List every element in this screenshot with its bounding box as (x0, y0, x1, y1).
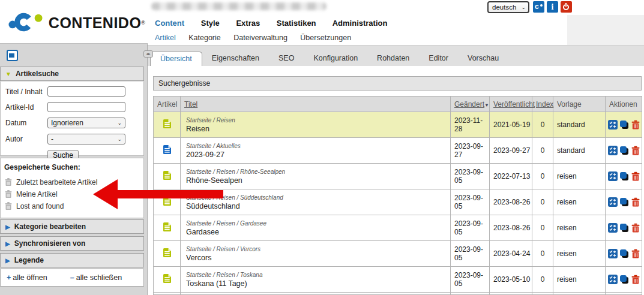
article-title[interactable]: Süddeutschland (186, 202, 240, 210)
delete-icon[interactable] (631, 120, 640, 130)
article-breadcrumb[interactable]: Startseite / Reisen / Gardasee (186, 220, 450, 227)
tab-rohdaten[interactable]: Rohdaten (367, 52, 419, 66)
subnav-item-artikel[interactable]: Artikel (155, 34, 176, 42)
article-icon[interactable] (163, 196, 172, 206)
todo-icon[interactable] (608, 223, 618, 233)
col-veroeffentlicht[interactable]: Veröffentlicht (490, 97, 532, 112)
article-breadcrumb[interactable]: Startseite / Reisen / Süddeutschland (186, 194, 450, 201)
table-row[interactable]: Startseite / Reisen / Vercors Vercors 20… (154, 241, 642, 267)
trash-icon[interactable] (4, 201, 13, 210)
article-breadcrumb[interactable]: Startseite / Aktuelles (186, 143, 450, 149)
saved-search-item[interactable]: Meine Artikel (4, 189, 143, 198)
nav-item-administration[interactable]: Administration (333, 19, 388, 28)
article-icon[interactable] (163, 248, 172, 258)
tab-vorschau[interactable]: Vorschau (458, 52, 508, 66)
duplicate-icon[interactable] (619, 146, 629, 155)
article-title[interactable]: Reisen (186, 125, 209, 133)
triangle-right-icon: ▶ (5, 224, 10, 230)
logout-button[interactable] (561, 1, 572, 13)
nav-item-extras[interactable]: Extras (236, 19, 260, 28)
contenido-home-button[interactable]: c (533, 1, 544, 13)
panel-splitter-handle[interactable]: ◂▸ (143, 50, 153, 58)
article-id-input[interactable] (47, 102, 125, 112)
todo-icon[interactable] (608, 249, 618, 258)
sub-nav: Artikel Kategorie Dateiverwaltung Überse… (155, 34, 362, 42)
todo-icon[interactable] (608, 120, 618, 130)
col-index[interactable]: Index (532, 97, 553, 112)
tab-konfiguration[interactable]: Konfiguration (304, 52, 367, 66)
table-row[interactable]: Startseite / Reisen / Süddeutschland Süd… (154, 189, 642, 215)
delete-icon[interactable] (631, 275, 640, 284)
info-button[interactable]: i (547, 1, 558, 13)
date-select[interactable]: Ignorieren ⌄ (47, 118, 125, 128)
article-icon[interactable] (163, 145, 172, 155)
article-title[interactable]: Toskana (11 Tage) (186, 279, 247, 288)
subnav-item-dateiverwaltung[interactable]: Dateiverwaltung (233, 34, 287, 42)
article-breadcrumb[interactable]: Startseite / Reisen / Vercors (186, 246, 450, 252)
table-row[interactable]: Startseite / Reisen / Toskana Toskana (1… (154, 267, 642, 293)
article-title[interactable]: 2023-09-27 (186, 150, 224, 159)
table-row[interactable]: Startseite / Reisen Reisen 2023-11-28 20… (154, 112, 642, 138)
author-select[interactable]: - ⌄ (47, 134, 125, 145)
date-select-value: Ignorieren (51, 119, 83, 127)
panel-kategorie-bearbeiten[interactable]: ▶ Kategorie bearbeiten (0, 219, 144, 234)
duplicate-icon[interactable] (619, 171, 629, 181)
tab-seo[interactable]: SEO (269, 52, 304, 66)
nav-item-statistiken[interactable]: Statistiken (277, 19, 316, 28)
language-select[interactable]: deutsch ⌄ (487, 1, 529, 13)
col-geaendert[interactable]: Geändert▼ (451, 97, 490, 112)
todo-icon[interactable] (608, 275, 618, 284)
expand-all-link[interactable]: alle öffnen (13, 273, 47, 282)
saved-search-label[interactable]: Lost and found (16, 202, 64, 210)
trash-icon[interactable] (4, 189, 13, 198)
tab-uebersicht[interactable]: Übersicht (150, 52, 202, 66)
minus-icon: – (70, 273, 74, 282)
delete-icon[interactable] (631, 249, 640, 258)
panel-legende[interactable]: ▶ Legende (0, 253, 144, 267)
title-content-input[interactable] (47, 86, 125, 97)
todo-icon[interactable] (608, 146, 618, 155)
delete-icon[interactable] (631, 223, 640, 233)
saved-search-item[interactable]: Zuletzt bearbeitete Artikel (4, 177, 143, 186)
subnav-item-uebersetzungen[interactable]: Übersetzungen (300, 34, 351, 42)
duplicate-icon[interactable] (619, 223, 629, 233)
todo-icon[interactable] (608, 171, 618, 181)
article-title[interactable]: Vercors (186, 254, 211, 262)
article-breadcrumb[interactable]: Startseite / Reisen / Toskana (186, 272, 450, 278)
panel-artikelsuche-header[interactable]: ▼ Artikelsuche (0, 67, 144, 81)
delete-icon[interactable] (631, 146, 640, 155)
saved-search-label[interactable]: Zuletzt bearbeitete Artikel (16, 178, 97, 186)
col-titel[interactable]: Titel (181, 97, 451, 112)
tab-editor[interactable]: Editor (419, 52, 458, 66)
article-icon[interactable] (163, 170, 172, 180)
duplicate-icon[interactable] (619, 249, 629, 258)
table-row[interactable]: Startseite / Reisen / Gardasee Gardasee … (154, 215, 642, 241)
article-title[interactable]: Rhône-Seealpen (186, 176, 242, 185)
todo-icon[interactable] (608, 197, 618, 207)
article-icon[interactable] (163, 119, 172, 129)
index-value: 0 (532, 112, 553, 138)
delete-icon[interactable] (631, 171, 640, 181)
chevron-down-icon: ⌄ (117, 120, 122, 126)
panel-synchronisieren-von[interactable]: ▶ Synchronisieren von (0, 236, 144, 251)
article-breadcrumb[interactable]: Startseite / Reisen (186, 117, 450, 124)
tab-eigenschaften[interactable]: Eigenschaften (202, 52, 269, 66)
frame-layout-icon[interactable] (7, 50, 18, 61)
article-icon[interactable] (163, 273, 172, 284)
duplicate-icon[interactable] (619, 197, 629, 207)
saved-search-label[interactable]: Meine Artikel (16, 190, 58, 198)
article-icon[interactable] (163, 222, 172, 232)
table-row[interactable]: Startseite / Reisen / Rhône-Seealpen Rhô… (154, 164, 642, 189)
table-row[interactable]: Startseite / Aktuelles 2023-09-27 2023-0… (154, 138, 642, 164)
duplicate-icon[interactable] (619, 120, 629, 130)
article-title[interactable]: Gardasee (186, 228, 219, 236)
saved-search-item[interactable]: Lost and found (4, 201, 143, 210)
article-breadcrumb[interactable]: Startseite / Reisen / Rhône-Seealpen (186, 168, 450, 175)
delete-icon[interactable] (631, 197, 640, 207)
trash-icon[interactable] (4, 177, 13, 186)
nav-item-style[interactable]: Style (201, 19, 220, 28)
subnav-item-kategorie[interactable]: Kategorie (188, 34, 221, 42)
duplicate-icon[interactable] (619, 275, 629, 284)
collapse-all-link[interactable]: alle schließen (76, 273, 122, 282)
nav-item-content[interactable]: Content (155, 19, 184, 28)
